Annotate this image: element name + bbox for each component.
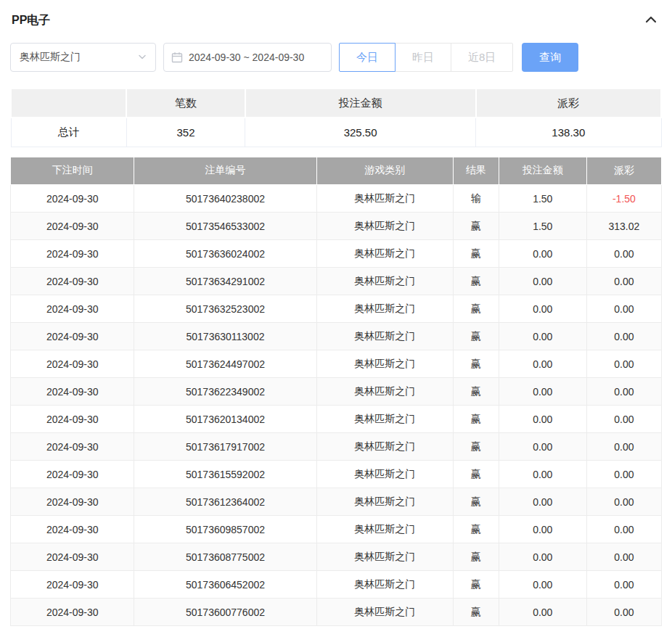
cell-result: 输 <box>453 185 499 213</box>
table-row: 2024-09-30 50173632523002 奥林匹斯之门 赢 0.00 … <box>11 295 662 323</box>
cell-game-category: 奥林匹斯之门 <box>316 461 453 488</box>
cell-order-number: 50173640238002 <box>134 185 316 213</box>
records-table: 下注时间 注单编号 游戏类别 结果 投注金额 派彩 2024-09-30 501… <box>10 157 662 627</box>
game-select[interactable]: 奥林匹斯之门 <box>10 43 156 72</box>
panel-header: PP电子 <box>10 9 662 28</box>
cell-payout: 0.00 <box>586 378 661 406</box>
col-header-payout: 派彩 <box>586 157 661 185</box>
table-row: 2024-09-30 50173608775002 奥林匹斯之门 赢 0.00 … <box>11 543 662 571</box>
cell-bet-amount: 0.00 <box>499 461 586 488</box>
chevron-up-icon <box>644 15 657 27</box>
cell-result: 赢 <box>453 240 499 268</box>
cell-order-number: 50173600776002 <box>134 599 316 626</box>
quick-range-today-button[interactable]: 今日 <box>339 43 396 72</box>
cell-payout: 0.00 <box>586 350 661 378</box>
cell-game-category: 奥林匹斯之门 <box>316 240 453 268</box>
cell-bet-time: 2024-09-30 <box>11 599 134 626</box>
summary-table: 笔数 投注金额 派彩 总计 352 325.50 138.30 <box>10 88 662 147</box>
summary-total-row: 总计 352 325.50 138.30 <box>11 118 661 147</box>
cell-game-category: 奥林匹斯之门 <box>316 406 453 433</box>
cell-game-category: 奥林匹斯之门 <box>316 323 453 350</box>
cell-bet-amount: 0.00 <box>499 323 586 350</box>
cell-order-number: 50173608775002 <box>134 543 316 571</box>
search-button[interactable]: 查询 <box>522 43 578 72</box>
cell-game-category: 奥林匹斯之门 <box>316 378 453 406</box>
table-row: 2024-09-30 50173622349002 奥林匹斯之门 赢 0.00 … <box>11 378 662 406</box>
cell-game-category: 奥林匹斯之门 <box>316 516 453 543</box>
summary-total-count: 352 <box>126 118 245 147</box>
cell-bet-amount: 0.00 <box>499 516 586 543</box>
table-row: 2024-09-30 50173609857002 奥林匹斯之门 赢 0.00 … <box>11 516 662 543</box>
cell-result: 赢 <box>453 543 499 571</box>
cell-game-category: 奥林匹斯之门 <box>316 268 453 295</box>
cell-result: 赢 <box>453 268 499 295</box>
cell-bet-time: 2024-09-30 <box>11 571 134 599</box>
table-row: 2024-09-30 50173612364002 奥林匹斯之门 赢 0.00 … <box>11 488 662 516</box>
summary-total-bet-amount: 325.50 <box>245 118 476 147</box>
cell-order-number: 50173620134002 <box>134 406 316 433</box>
cell-payout: 0.00 <box>586 516 661 543</box>
col-header-game-category: 游戏类别 <box>316 157 453 185</box>
table-row: 2024-09-30 50173546533002 奥林匹斯之门 赢 1.50 … <box>11 213 662 240</box>
game-select-value: 奥林匹斯之门 <box>20 51 81 64</box>
cell-bet-time: 2024-09-30 <box>11 406 134 433</box>
table-row: 2024-09-30 50173606452002 奥林匹斯之门 赢 0.00 … <box>11 571 662 599</box>
cell-game-category: 奥林匹斯之门 <box>316 350 453 378</box>
cell-game-category: 奥林匹斯之门 <box>316 599 453 626</box>
cell-game-category: 奥林匹斯之门 <box>316 433 453 461</box>
cell-order-number: 50173606452002 <box>134 571 316 599</box>
cell-result: 赢 <box>453 571 499 599</box>
cell-payout: 0.00 <box>586 406 661 433</box>
table-row: 2024-09-30 50173615592002 奥林匹斯之门 赢 0.00 … <box>11 461 662 488</box>
cell-bet-time: 2024-09-30 <box>11 295 134 323</box>
col-header-order-number: 注单编号 <box>134 157 316 185</box>
cell-order-number: 50173634291002 <box>134 268 316 295</box>
cell-bet-time: 2024-09-30 <box>11 378 134 406</box>
cell-payout: 0.00 <box>586 599 661 626</box>
cell-bet-amount: 0.00 <box>499 378 586 406</box>
table-row: 2024-09-30 50173620134002 奥林匹斯之门 赢 0.00 … <box>11 406 662 433</box>
date-range-input[interactable]: 2024-09-30 ~ 2024-09-30 <box>163 43 332 72</box>
cell-order-number: 50173632523002 <box>134 295 316 323</box>
table-row: 2024-09-30 50173600776002 奥林匹斯之门 赢 0.00 … <box>11 599 662 626</box>
cell-bet-amount: 0.00 <box>499 406 586 433</box>
cell-game-category: 奥林匹斯之门 <box>316 571 453 599</box>
cell-order-number: 50173612364002 <box>134 488 316 516</box>
cell-game-category: 奥林匹斯之门 <box>316 185 453 213</box>
cell-result: 赢 <box>453 295 499 323</box>
cell-order-number: 50173546533002 <box>134 213 316 240</box>
cell-result: 赢 <box>453 433 499 461</box>
quick-range-last8days-button[interactable]: 近8日 <box>451 43 513 72</box>
cell-game-category: 奥林匹斯之门 <box>316 295 453 323</box>
summary-col-bet-amount: 投注金额 <box>245 89 476 118</box>
quick-range-yesterday-button[interactable]: 昨日 <box>395 43 451 72</box>
summary-corner-cell <box>11 89 126 118</box>
cell-bet-amount: 0.00 <box>499 571 586 599</box>
cell-payout: 0.00 <box>586 571 661 599</box>
cell-result: 赢 <box>453 323 499 350</box>
cell-result: 赢 <box>453 461 499 488</box>
summary-total-payout: 138.30 <box>476 118 661 147</box>
chevron-down-icon <box>138 52 147 63</box>
date-range-value: 2024-09-30 ~ 2024-09-30 <box>189 52 304 63</box>
cell-result: 赢 <box>453 516 499 543</box>
col-header-bet-amount: 投注金额 <box>499 157 586 185</box>
cell-game-category: 奥林匹斯之门 <box>316 213 453 240</box>
cell-payout: 0.00 <box>586 543 661 571</box>
cell-bet-time: 2024-09-30 <box>11 516 134 543</box>
cell-bet-amount: 0.00 <box>499 543 586 571</box>
collapse-button[interactable] <box>642 13 660 28</box>
cell-result: 赢 <box>453 350 499 378</box>
cell-payout: 0.00 <box>586 488 661 516</box>
cell-bet-amount: 0.00 <box>499 240 586 268</box>
page-title: PP电子 <box>12 13 50 28</box>
summary-col-count: 笔数 <box>126 89 245 118</box>
cell-bet-amount: 1.50 <box>499 185 586 213</box>
table-row: 2024-09-30 50173624497002 奥林匹斯之门 赢 0.00 … <box>11 350 662 378</box>
cell-bet-amount: 0.00 <box>499 350 586 378</box>
summary-header-row: 笔数 投注金额 派彩 <box>11 89 661 118</box>
table-row: 2024-09-30 50173617917002 奥林匹斯之门 赢 0.00 … <box>11 433 662 461</box>
calendar-icon <box>171 52 183 63</box>
cell-order-number: 50173622349002 <box>134 378 316 406</box>
cell-payout: 0.00 <box>586 433 661 461</box>
